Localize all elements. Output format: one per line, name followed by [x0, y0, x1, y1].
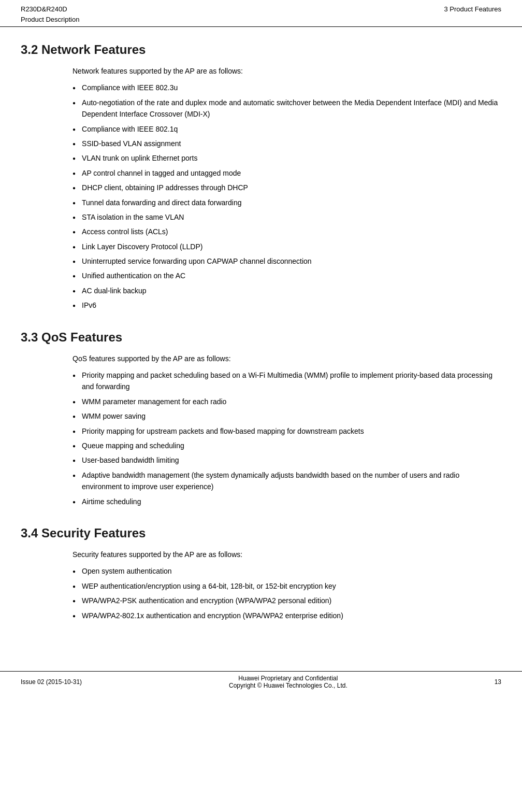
list-item: WMM power saving: [72, 410, 501, 422]
list-item: Uninterrupted service forwarding upon CA…: [72, 255, 501, 267]
footer-proprietary: Huawei Proprietary and Confidential: [82, 675, 495, 682]
footer-issue: Issue 02 (2015-10-31): [21, 678, 82, 686]
page-footer: Issue 02 (2015-10-31) Huawei Proprietary…: [0, 671, 522, 692]
footer-page-number: 13: [495, 678, 501, 686]
header-left: R230D&R240D Product Description: [21, 4, 79, 24]
list-item: Adaptive bandwidth management (the syste…: [72, 469, 501, 493]
list-item: SSID-based VLAN assignment: [72, 138, 501, 149]
section-qos-intro: QoS features supported by the AP are as …: [72, 353, 501, 364]
list-item: IPv6: [72, 300, 501, 311]
list-item: WPA/WPA2-802.1x authentication and encry…: [72, 610, 501, 621]
section-qos: 3.3 QoS Features QoS features supported …: [21, 330, 501, 507]
list-item: Unified authentication on the AC: [72, 270, 501, 281]
list-item: WMM parameter management for each radio: [72, 396, 501, 407]
list-item: Open system authentication: [72, 565, 501, 577]
section-qos-title: 3.3 QoS Features: [21, 330, 501, 345]
list-item: DHCP client, obtaining IP addresses thro…: [72, 182, 501, 193]
list-item: Priority mapping for upstream packets an…: [72, 425, 501, 437]
list-item: WEP authentication/encryption using a 64…: [72, 580, 501, 592]
list-item: Priority mapping and packet scheduling b…: [72, 369, 501, 393]
list-item: Link Layer Discovery Protocol (LLDP): [72, 241, 501, 252]
security-feature-list: Open system authentication WEP authentic…: [72, 565, 501, 621]
list-item: AP control channel in tagged and untagge…: [72, 167, 501, 179]
section-network: 3.2 Network Features Network features su…: [21, 42, 501, 311]
header-doc-subtitle: Product Description: [21, 15, 79, 25]
section-network-intro: Network features supported by the AP are…: [72, 65, 501, 77]
header-section-label: 3 Product Features: [444, 4, 501, 15]
list-item: Airtime scheduling: [72, 496, 501, 507]
network-feature-list: Compliance with IEEE 802.3u Auto-negotia…: [72, 82, 501, 311]
list-item: AC dual-link backup: [72, 285, 501, 296]
footer-center: Huawei Proprietary and Confidential Copy…: [82, 675, 495, 689]
list-item: STA isolation in the same VLAN: [72, 211, 501, 223]
section-security-title: 3.4 Security Features: [21, 526, 501, 540]
list-item: WPA/WPA2-PSK authentication and encrypti…: [72, 595, 501, 606]
qos-feature-list: Priority mapping and packet scheduling b…: [72, 369, 501, 507]
list-item: Auto-negotiation of the rate and duplex …: [72, 97, 501, 120]
list-item: Access control lists (ACLs): [72, 226, 501, 237]
section-security: 3.4 Security Features Security features …: [21, 526, 501, 621]
section-network-title: 3.2 Network Features: [21, 42, 501, 57]
footer-copyright: Copyright © Huawei Technologies Co., Ltd…: [82, 682, 495, 689]
page-header: R230D&R240D Product Description 3 Produc…: [0, 0, 522, 27]
section-security-intro: Security features supported by the AP ar…: [72, 549, 501, 560]
header-right: 3 Product Features: [444, 4, 501, 15]
page-content: 3.2 Network Features Network features su…: [0, 27, 522, 661]
list-item: VLAN trunk on uplink Ethernet ports: [72, 152, 501, 164]
list-item: Compliance with IEEE 802.3u: [72, 82, 501, 93]
header-doc-title: R230D&R240D: [21, 4, 79, 15]
list-item: Queue mapping and scheduling: [72, 440, 501, 451]
list-item: Compliance with IEEE 802.1q: [72, 123, 501, 135]
list-item: Tunnel data forwarding and direct data f…: [72, 197, 501, 208]
list-item: User-based bandwidth limiting: [72, 454, 501, 466]
